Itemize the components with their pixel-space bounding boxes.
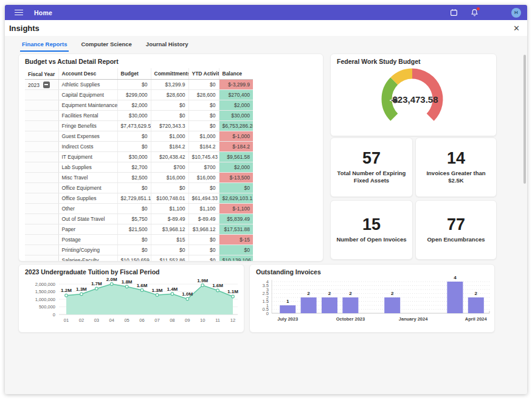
fiscal-year-cell	[25, 224, 58, 235]
table-row[interactable]: Office Equipment$0$0$0$0	[25, 183, 253, 193]
kpi-value: 15	[362, 217, 381, 233]
ytd-activity-cell: $0	[188, 121, 219, 131]
table-row[interactable]: Postage$0$15$0$-15	[25, 235, 253, 245]
account-desc-cell: Salaries-Faculty	[58, 255, 117, 262]
outstanding-invoices-card: Outstanding Invoices 00.511.522.533.5412…	[249, 264, 495, 333]
federal-work-study-card: Federal Work Study Budget $23,473.58	[330, 54, 497, 136]
fiscal-year-cell	[25, 255, 58, 262]
table-row[interactable]: Other$0$1,100$1,100$-1,100	[25, 204, 253, 214]
top-bar: Home H	[5, 5, 527, 20]
tab-finance-reports[interactable]: Finance Reports	[20, 41, 69, 52]
invoices-chart[interactable]: 00.511.522.533.541222242July 2023October…	[250, 276, 494, 332]
svg-text:08: 08	[170, 317, 174, 323]
app-window: Home H Insights ✕ Finance Reports Comput…	[5, 5, 527, 394]
balance-cell: $-184.2	[219, 142, 253, 152]
svg-text:01: 01	[64, 317, 69, 323]
ytd-activity-cell: $700	[188, 162, 219, 173]
budget-cell: $30,000	[117, 152, 151, 162]
table-row[interactable]: Indirect Costs$0$184.2$184.2$-184.2	[25, 142, 253, 152]
account-desc-cell: Indirect Costs	[58, 142, 117, 152]
budget-cell: $10,150,659.01	[117, 255, 151, 262]
avatar[interactable]: H	[511, 8, 521, 18]
fiscal-year-cell	[25, 162, 58, 173]
svg-text:07: 07	[154, 317, 159, 323]
table-row[interactable]: Facilities Rental$30,000$0$0$30,000	[25, 111, 253, 121]
committments-cell: $20,438.42	[151, 152, 188, 162]
committments-cell: $3,299.9	[151, 80, 188, 90]
gauge-chart[interactable]: $23,473.58	[331, 65, 496, 136]
table-row[interactable]: Equipment Maintenance$2,000$0$0$2,000	[25, 100, 253, 111]
balance-cell: $2,629,103.1	[219, 193, 253, 204]
committments-cell: $184.2	[151, 142, 188, 152]
kpi-open-encumbrances[interactable]: 77 Open Encumbrances	[415, 200, 497, 260]
committments-cell: $28,600	[151, 90, 188, 100]
ytd-activity-cell: $28,600	[188, 90, 219, 100]
svg-text:2: 2	[475, 291, 478, 296]
svg-text:1.2M: 1.2M	[61, 288, 72, 293]
tab-computer-science[interactable]: Computer Science	[79, 41, 133, 52]
notification-badge	[477, 7, 480, 10]
account-desc-cell: Other	[58, 204, 117, 214]
budget-cell: $2,000	[117, 100, 151, 111]
apps-grid-icon[interactable]	[491, 9, 499, 16]
budget-cell: $0	[117, 204, 151, 214]
fiscal-year-cell	[25, 152, 58, 162]
ytd-activity-cell: $184.2	[188, 142, 219, 152]
fiscal-year-cell	[25, 90, 58, 100]
ytd-activity-cell: $3,968.12	[188, 224, 219, 235]
collapse-minus-icon[interactable]	[43, 82, 50, 88]
table-row[interactable]: 2023Athletic Supplies$0$3,299.9$0$-3,299…	[25, 80, 253, 90]
table-row[interactable]: Out of State Travel$5,750$-89.49$-89.49$…	[25, 214, 253, 224]
budget-cell: $2,700	[117, 162, 151, 173]
fiscal-year-cell	[25, 121, 58, 131]
tab-journal-history[interactable]: Journal History	[144, 41, 190, 52]
home-nav-label[interactable]: Home	[34, 9, 52, 16]
committments-cell: $0	[151, 111, 188, 121]
fiscal-year-cell	[25, 204, 58, 214]
column-account-desc: Account Desc	[58, 68, 117, 80]
budget-cell: $0	[117, 142, 151, 152]
balance-cell: $-15	[219, 235, 253, 245]
svg-text:4: 4	[266, 279, 269, 285]
calendar-icon[interactable]	[450, 9, 458, 16]
table-row[interactable]: Lab Supplies$2,700$700$700$2,000	[25, 162, 253, 173]
svg-text:2: 2	[307, 291, 310, 296]
table-row[interactable]: Fringe Benefits$7,473,629.58$720,343.3$0…	[25, 121, 253, 131]
kpi-open-invoices[interactable]: 15 Number of Open Invoices	[330, 200, 413, 260]
menu-icon[interactable]	[15, 10, 23, 16]
table-row[interactable]: IT Equipment$30,000$20,438.42$10,745.43$…	[25, 152, 253, 162]
svg-text:2,000,000: 2,000,000	[35, 282, 55, 287]
ytd-activity-cell: $-89.49	[188, 214, 219, 224]
svg-text:500,000: 500,000	[39, 304, 55, 310]
balance-cell: $5,839.49	[219, 214, 253, 224]
balance-cell: $-13,500	[219, 173, 253, 183]
budget-cell: $0	[117, 80, 151, 90]
svg-text:1.7M: 1.7M	[91, 281, 102, 286]
committments-cell: $16,000	[151, 173, 188, 183]
vertical-scrollbar[interactable]	[523, 55, 526, 184]
committments-cell: $0	[151, 100, 188, 111]
table-row[interactable]: Guest Expenses$0$1,000$1,000$-1,000	[25, 131, 253, 142]
kpi-invoices-greater-2-5k[interactable]: 14 Invoices Greater than $2.5K	[415, 137, 497, 197]
svg-text:05: 05	[124, 317, 129, 323]
gauge-value: $23,473.58	[392, 94, 438, 105]
budget-cell: $2,729,851.11	[117, 193, 151, 204]
kpi-expiring-fixed-assets[interactable]: 57 Total Number of Expiring Fixed Assets	[330, 137, 413, 197]
table-row[interactable]: Printing/Copying$0$0$0$0	[25, 245, 253, 255]
account-desc-cell: Printing/Copying	[58, 245, 117, 255]
table-row[interactable]: Misc Travel$2,500$16,000$16,000$-13,500	[25, 173, 253, 183]
notifications-bell-icon[interactable]	[471, 9, 478, 16]
budget-cell: $0	[117, 183, 151, 193]
committments-cell: $1,000	[151, 131, 188, 142]
ytd-activity-cell: $1,000	[188, 131, 219, 142]
table-row[interactable]: Paper$21,500$3,968.12$3,968.12$17,531.88	[25, 224, 253, 235]
table-row[interactable]: Capital Equipment$299,000$28,600$28,600$…	[25, 90, 253, 100]
table-row[interactable]: Salaries-Faculty$10,150,659.01$11,552.86…	[25, 255, 253, 262]
close-icon[interactable]: ✕	[513, 24, 520, 32]
balance-cell: $-1,000	[219, 131, 253, 142]
column-fiscal-year: Fiscal Year	[28, 71, 55, 77]
tuition-chart[interactable]: 0500,0001,000,0001,500,0002,000,0001.2M0…	[19, 276, 244, 332]
table-row[interactable]: Office Supplies$2,729,851.11$100,748.01$…	[25, 193, 253, 204]
svg-text:03: 03	[94, 317, 99, 323]
column-budget: Budget	[117, 68, 151, 80]
